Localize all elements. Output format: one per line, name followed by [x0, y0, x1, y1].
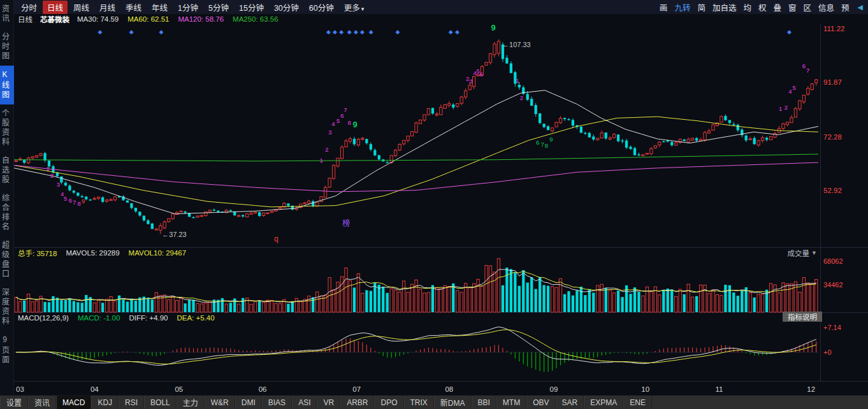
- svg-text:12: 12: [807, 385, 815, 393]
- indicator-btn-5[interactable]: BOLL: [144, 396, 177, 409]
- indicator-btn-4[interactable]: RSI: [119, 396, 144, 409]
- sidebar-item-5[interactable]: 综合排名: [0, 189, 14, 236]
- indicator-btn-9[interactable]: BIAS: [262, 396, 292, 409]
- indicator-btn-21[interactable]: ENE: [623, 396, 652, 409]
- sidebar-item-8[interactable]: 9页面: [0, 331, 14, 370]
- nine-turn-marker: 6: [536, 139, 539, 146]
- period-tab-8[interactable]: 15分钟: [235, 1, 268, 14]
- indicator-btn-18[interactable]: OBV: [526, 396, 555, 409]
- nine-turn-marker: 1: [46, 165, 49, 172]
- sidebar-item-6[interactable]: 超级盘口: [0, 236, 14, 283]
- chevron-down-icon: ▾: [361, 6, 365, 12]
- svg-text:34462: 34462: [823, 281, 843, 289]
- nine-turn-marker: 5: [336, 117, 340, 124]
- nine-turn-marker: 5: [792, 84, 795, 91]
- indicator-btn-12[interactable]: ARBR: [340, 396, 374, 409]
- ma-values: MA30: 74.59MA60: 62.51MA120: 58.76MA250:…: [77, 15, 278, 23]
- nine-turn-marker: 9: [82, 197, 85, 204]
- indicator-btn-17[interactable]: MTM: [496, 396, 526, 409]
- diamond-signal-icon: ◆: [347, 29, 352, 35]
- period-tab-1[interactable]: 日线: [43, 1, 68, 14]
- ma-header-value-3: MA250: 63.56: [233, 15, 278, 23]
- indicator-btn-14[interactable]: TRIX: [404, 396, 434, 409]
- period-tab-7[interactable]: 5分钟: [204, 1, 233, 14]
- period-tab-11[interactable]: 更多▾: [340, 1, 369, 14]
- top-tool-5[interactable]: 权: [758, 1, 767, 13]
- nine-turn-marker: 4: [788, 88, 792, 95]
- diamond-signal-icon: ◆: [98, 29, 103, 35]
- nine-turn-marker: 2: [50, 172, 54, 179]
- nine-turn-marker: 2: [325, 146, 328, 153]
- period-tab-5[interactable]: 年线: [147, 1, 172, 14]
- collapse-panel-icon[interactable]: ◀: [858, 3, 863, 11]
- diamond-signal-icon: ◆: [787, 29, 792, 35]
- top-tool-8[interactable]: 区: [803, 1, 811, 13]
- sidebar-item-2[interactable]: K线图: [0, 66, 14, 104]
- sidebar-item-4[interactable]: 自选股: [0, 152, 14, 189]
- stock-name[interactable]: 芯碁微装: [40, 14, 69, 24]
- nine-turn-marker: 1: [319, 157, 322, 164]
- sidebar-item-0[interactable]: 资讯: [0, 0, 14, 28]
- indicator-btn-6[interactable]: 主力: [177, 396, 205, 409]
- period-tabs: 分时日线周线月线季线年线1分钟5分钟15分钟30分钟60分钟更多▾: [17, 1, 368, 14]
- svg-text:+7.14: +7.14: [823, 324, 841, 331]
- nine-turn-marker: 6: [802, 62, 806, 69]
- indicator-btn-15[interactable]: 新DMA: [434, 396, 472, 409]
- volume-pane-selector[interactable]: 成交量 ▼: [788, 248, 817, 258]
- top-toolbar: 分时日线周线月线季线年线1分钟5分钟15分钟30分钟60分钟更多▾ 画九转简加自…: [14, 0, 868, 14]
- indicator-btn-3[interactable]: KDJ: [91, 396, 119, 409]
- top-tool-4[interactable]: 均: [743, 1, 751, 13]
- top-tool-7[interactable]: 窗: [788, 1, 797, 13]
- sidebar-item-7[interactable]: 深度资料: [0, 283, 14, 331]
- indicator-btn-13[interactable]: DPO: [374, 396, 403, 409]
- period-label: 日线: [18, 14, 33, 24]
- sidebar-item-1[interactable]: 分时图: [0, 28, 14, 66]
- volume-pane-title: 成交量: [788, 248, 810, 258]
- svg-text:72.28: 72.28: [823, 133, 842, 141]
- nine-turn-marker: 8: [545, 142, 548, 149]
- diamond-signal-icon: ◆: [333, 29, 337, 35]
- period-tab-10[interactable]: 60分钟: [305, 1, 338, 14]
- nine-turn-marker: 2: [785, 104, 788, 111]
- diamond-signal-icon: ◆: [159, 29, 163, 35]
- indicator-btn-11[interactable]: VR: [317, 396, 340, 409]
- diamond-signal-icon: ◆: [449, 29, 453, 35]
- top-tool-3[interactable]: 加自选: [712, 1, 737, 13]
- period-tab-6[interactable]: 1分钟: [173, 1, 203, 14]
- top-tool-6[interactable]: 叠: [773, 1, 781, 13]
- diamond-signal-icon: ◆: [396, 29, 400, 35]
- indicator-btn-19[interactable]: SAR: [556, 396, 584, 409]
- indicator-help-button[interactable]: 指标说明: [783, 312, 822, 322]
- top-tool-10[interactable]: 预: [841, 1, 850, 13]
- period-tab-2[interactable]: 周线: [69, 1, 94, 14]
- left-sidebar: 资讯分时图K线图个股资料自选股综合排名超级盘口深度资料9页面: [0, 0, 14, 395]
- svg-text:10: 10: [641, 385, 649, 393]
- svg-text:52.92: 52.92: [823, 187, 842, 194]
- low-price-label: ←37.23: [162, 231, 187, 238]
- period-tab-3[interactable]: 月线: [95, 1, 120, 14]
- nine-turn-marker: 1: [779, 105, 782, 112]
- top-tool-0[interactable]: 画: [660, 1, 668, 13]
- ma-line-MA120: [14, 162, 818, 192]
- svg-text:111.22: 111.22: [823, 25, 844, 32]
- indicator-btn-10[interactable]: ASI: [292, 396, 317, 409]
- kline-chart[interactable]: 111.2291.8772.2852.926806234462+7.14+003…: [14, 24, 868, 395]
- period-tab-0[interactable]: 分时: [17, 1, 41, 14]
- indicator-btn-7[interactable]: W&R: [205, 396, 235, 409]
- nine-turn-marker: 3: [469, 78, 472, 85]
- period-tab-4[interactable]: 季线: [121, 1, 146, 14]
- sidebar-item-3[interactable]: 个股资料: [0, 104, 14, 152]
- period-tab-9[interactable]: 30分钟: [270, 1, 303, 14]
- top-tool-1[interactable]: 九转: [674, 1, 690, 13]
- indicator-btn-20[interactable]: EXPMA: [584, 396, 623, 409]
- svg-text:03: 03: [16, 385, 24, 393]
- diamond-signal-icon: ◆: [360, 29, 365, 35]
- indicator-btn-2[interactable]: MACD: [56, 396, 91, 409]
- top-tool-2[interactable]: 简: [697, 1, 705, 13]
- indicator-btn-16[interactable]: BBI: [472, 396, 496, 409]
- top-tool-9[interactable]: 信息: [818, 1, 834, 13]
- indicator-btn-8[interactable]: DMI: [235, 396, 262, 409]
- nine-turn-marker: 9: [352, 120, 357, 129]
- indicator-btn-1[interactable]: 资讯: [28, 396, 56, 409]
- indicator-btn-0[interactable]: 设置: [0, 396, 28, 409]
